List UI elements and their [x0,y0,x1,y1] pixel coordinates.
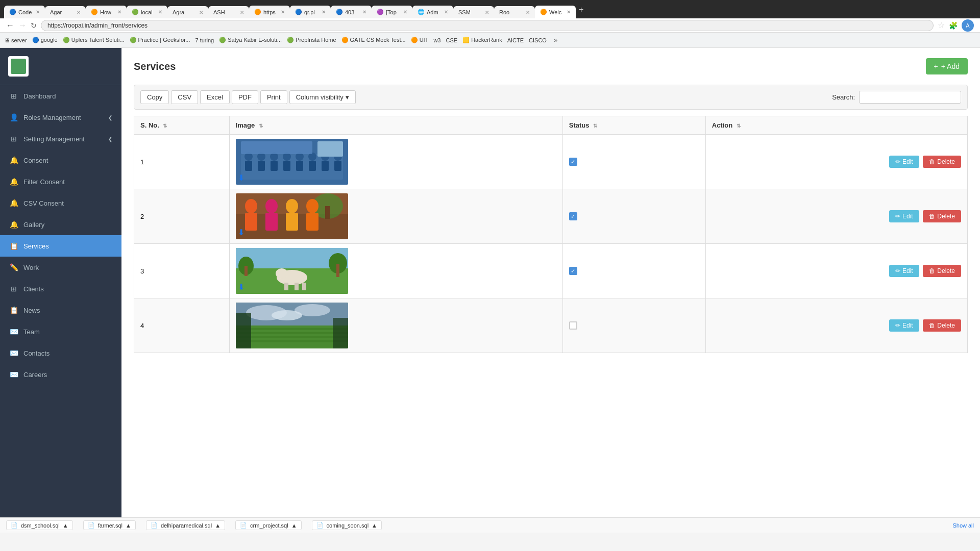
edit-button-3[interactable]: ✏ Edit [889,265,919,277]
sidebar-item-careers[interactable]: ✉️ Careers [0,364,121,385]
delete-button-4[interactable]: 🗑 Delete [923,319,961,332]
sidebar-item-work[interactable]: ✏️ Work [0,257,121,278]
svg-rect-36 [244,266,248,276]
edit-button-1[interactable]: ✏ Edit [889,156,919,168]
forward-button[interactable]: → [18,21,27,30]
sidebar-item-team[interactable]: ✉️ Team [0,321,121,342]
tab-close[interactable]: ✕ [526,10,530,15]
status-checkbox-2[interactable] [569,212,577,220]
tab-agra[interactable]: Agra✕ [167,6,208,18]
tab-403[interactable]: 🔵403✕ [331,6,372,18]
col-image[interactable]: Image ⇅ [229,116,562,135]
tab-how[interactable]: 🟠How✕ [86,6,127,18]
trash-icon: 🗑 [929,158,935,165]
tab-close[interactable]: ✕ [158,9,162,15]
tab-close[interactable]: ✕ [240,10,244,15]
tab-close[interactable]: ✕ [281,9,285,15]
copy-button[interactable]: Copy [140,90,169,104]
edit-button-4[interactable]: ✏ Edit [889,319,919,332]
sidebar-item-roles[interactable]: 👤 Roles Management ❮ [0,107,121,128]
sidebar-item-csv-consent[interactable]: 🔔 CSV Consent [0,192,121,214]
tab-welc[interactable]: 🟠Welc✕ [535,6,576,18]
bookmark-hackerrank[interactable]: 🟨 HackerRank [462,37,502,43]
tab-local[interactable]: 🟢local✕ [127,6,167,18]
column-visibility-button[interactable]: Column visibility ▾ [289,90,356,104]
download-item-5[interactable]: 📄 coming_soon.sql ▲ [312,520,382,530]
tab-ssm[interactable]: SSM✕ [453,6,494,18]
tab-close[interactable]: ✕ [199,10,203,15]
bookmark-google[interactable]: 🔵 google [32,37,58,43]
bookmark-cse[interactable]: CSE [446,37,457,43]
bookmark-geeks[interactable]: 🟢 Practice | Geeksfor... [130,37,190,43]
add-button[interactable]: + + Add [926,58,968,74]
bookmark-star[interactable]: ☆ [938,20,945,30]
extension-icon[interactable]: 🧩 [949,21,958,30]
tab-close[interactable]: ✕ [322,9,326,15]
tab-close[interactable]: ✕ [77,10,81,15]
tab-close[interactable]: ✕ [362,9,366,15]
col-sno[interactable]: S. No. ⇅ [134,116,230,135]
download-item-1[interactable]: 📄 dsm_school.sql ▲ [6,520,73,530]
tab-close[interactable]: ✕ [485,10,489,15]
bookmark-turing[interactable]: 7 turing [195,37,214,43]
tab-close[interactable]: ✕ [36,9,40,15]
search-input[interactable] [859,91,961,104]
delete-button-2[interactable]: 🗑 Delete [923,210,961,222]
bookmark-server[interactable]: 🖥 server [4,37,27,43]
tab-close[interactable]: ✕ [117,9,121,15]
page-header: Services + + Add [134,58,968,74]
sort-icon-status: ⇅ [593,123,597,129]
tab-code[interactable]: 🔵Code✕ [4,6,45,18]
status-checkbox-3[interactable] [569,267,577,275]
sidebar-item-gallery[interactable]: 🔔 Gallery [0,214,121,235]
delete-button-3[interactable]: 🗑 Delete [923,265,961,277]
bookmark-gate[interactable]: 🟠 GATE CS Mock Test... [341,37,406,43]
tab-top[interactable]: 🟣[Top✕ [372,6,412,18]
tab-ash[interactable]: ASH✕ [208,6,249,18]
profile-avatar[interactable]: A [962,19,974,32]
sidebar-item-filter-consent[interactable]: 🔔 Filter Consent [0,171,121,192]
status-checkbox-1[interactable] [569,158,577,166]
tab-https[interactable]: 🟠https✕ [249,6,290,18]
bookmark-aicte[interactable]: AICTE [507,37,524,43]
download-item-2[interactable]: 📄 farmer.sql ▲ [83,520,136,530]
col-action[interactable]: Action ⇅ [705,116,967,135]
sidebar-item-services[interactable]: 📋 Services [0,235,121,257]
col-status[interactable]: Status ⇅ [562,116,705,135]
tab-close[interactable]: ✕ [403,9,407,15]
new-tab-button[interactable]: + [576,1,586,18]
download-item-3[interactable]: 📄 delhiparamedical.sql ▲ [146,520,225,530]
reload-button[interactable]: ↻ [31,21,37,30]
sidebar: ⊞ Dashboard 👤 Roles Management ❮ ⊞ Setti… [0,48,121,517]
delete-button-1[interactable]: 🗑 Delete [923,156,961,168]
sidebar-item-consent[interactable]: 🔔 Consent [0,149,121,171]
address-input[interactable] [41,20,934,31]
sidebar-item-settings[interactable]: ⊞ Setting Management ❮ [0,128,121,149]
tab-qrpl[interactable]: 🔵qr.pl✕ [290,6,331,18]
download-item-4[interactable]: 📄 crm_project.sql ▲ [235,520,301,530]
sidebar-item-contacts[interactable]: ✉️ Contacts [0,342,121,364]
tab-close[interactable]: ✕ [567,9,571,15]
pdf-button[interactable]: PDF [232,90,258,104]
status-checkbox-4[interactable] [569,321,577,330]
sidebar-item-dashboard[interactable]: ⊞ Dashboard [0,85,121,107]
show-all-button[interactable]: Show all [952,522,974,529]
bookmark-w3[interactable]: w3 [433,37,440,43]
bookmark-prepinsta[interactable]: 🟢 PrepInsta Home [287,37,336,43]
tab-close[interactable]: ✕ [444,9,448,15]
tab-adm[interactable]: 🌐Adm✕ [412,6,453,18]
back-button[interactable]: ← [6,21,14,30]
csv-button[interactable]: CSV [171,90,198,104]
bookmark-uplers[interactable]: 🟢 Uplers Talent Soluti... [63,37,125,43]
tab-agar[interactable]: Agar✕ [45,6,86,18]
bookmarks-more[interactable]: » [554,36,557,44]
edit-button-2[interactable]: ✏ Edit [889,210,919,222]
bookmark-uit[interactable]: 🟠 UIT [411,37,429,43]
print-button[interactable]: Print [260,90,287,104]
excel-button[interactable]: Excel [200,90,230,104]
tab-roo[interactable]: Roo✕ [494,6,535,18]
sidebar-item-clients[interactable]: ⊞ Clients [0,278,121,299]
bookmark-cisco[interactable]: CISCO [529,37,547,43]
bookmark-satya[interactable]: 🟢 Satya Kabir E-soluti... [219,37,282,43]
sidebar-item-news[interactable]: 📋 News [0,299,121,321]
